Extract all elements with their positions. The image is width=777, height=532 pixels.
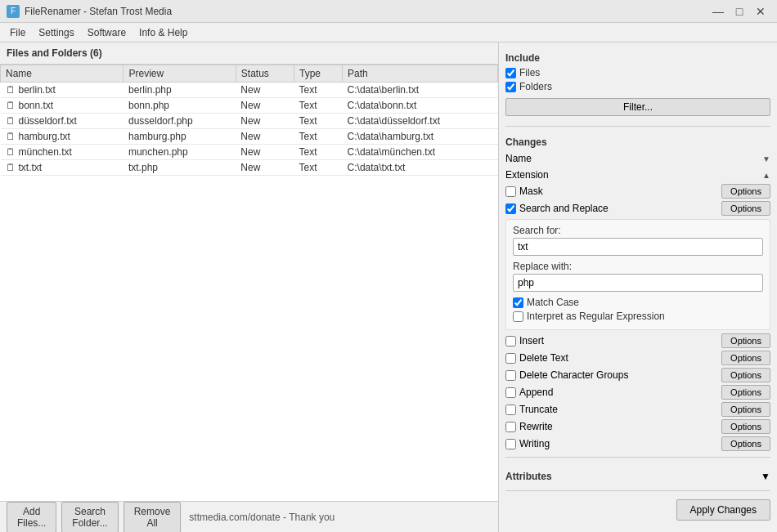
insert-checkbox[interactable] [505,336,516,346]
cell-name: 🗒bonn.txt [1,98,124,114]
match-case-checkbox[interactable] [513,297,523,308]
table-row[interactable]: 🗒berlin.txt berlin.php New Text C:\data\… [1,83,498,98]
col-status[interactable]: Status [236,65,294,83]
apply-changes-button[interactable]: Apply Changes [676,499,770,521]
replace-with-label: Replace with: [513,261,763,272]
cell-preview: txt.php [124,160,236,176]
insert-label[interactable]: Insert [519,335,544,346]
col-type[interactable]: Type [294,65,343,83]
rewrite-label[interactable]: Rewrite [519,421,553,432]
title-bar-left: F FileRenamer - Stefan Trost Media [7,5,172,18]
cell-preview: bonn.php [124,98,236,114]
cell-status: New [236,114,294,129]
col-preview[interactable]: Preview [124,65,236,83]
files-checkbox[interactable] [505,68,516,78]
delete-text-checkbox[interactable] [505,353,516,364]
cell-path: C:\data\münchen.txt [343,145,498,160]
replace-with-input[interactable] [513,274,763,292]
mask-checkbox[interactable] [505,186,516,197]
right-panel: Include Files Folders Filter... Changes … [499,42,777,532]
cell-preview: dusseldorf.php [124,114,236,129]
search-replace-label[interactable]: Search and Replace [519,203,609,214]
mask-options-button[interactable]: Options [721,184,770,199]
menu-settings[interactable]: Settings [32,25,80,40]
truncate-checkbox[interactable] [505,405,516,415]
table-row[interactable]: 🗒münchen.txt munchen.php New Text C:\dat… [1,145,498,160]
app-icon: F [7,5,20,18]
append-label[interactable]: Append [519,387,553,398]
regex-label[interactable]: Interpret as Regular Expression [527,311,665,322]
cell-preview: berlin.php [124,83,236,98]
match-case-label[interactable]: Match Case [527,297,579,308]
table-row[interactable]: 🗒hamburg.txt hamburg.php New Text C:\dat… [1,129,498,145]
cell-path: C:\data\berlin.txt [343,83,498,98]
attributes-row[interactable]: Attributes ▼ [505,466,770,487]
folders-checkbox[interactable] [505,82,516,92]
attributes-arrow-down-icon: ▼ [761,471,770,482]
truncate-options-button[interactable]: Options [721,402,770,417]
cell-path: C:\data\bonn.txt [343,98,498,114]
writing-label[interactable]: Writing [519,438,550,449]
donate-text: sttmedia.com/donate - Thank you [187,512,336,523]
rewrite-row: Rewrite Options [505,419,770,434]
search-replace-options-button[interactable]: Options [721,201,770,216]
search-replace-checkbox[interactable] [505,203,516,214]
delete-text-label[interactable]: Delete Text [519,352,568,364]
cell-name: 🗒münchen.txt [1,145,124,160]
add-files-button[interactable]: Add Files... [7,502,56,533]
filter-button[interactable]: Filter... [505,98,770,116]
title-bar: F FileRenamer - Stefan Trost Media — □ ✕ [0,0,777,23]
delete-text-row: Delete Text Options [505,351,770,365]
extension-collapsible[interactable]: Extension ▲ [505,168,770,182]
window-title: FileRenamer - Stefan Trost Media [25,6,172,17]
rewrite-options-button[interactable]: Options [721,419,770,434]
rewrite-checkbox[interactable] [505,422,516,432]
table-row[interactable]: 🗒bonn.txt bonn.php New Text C:\data\bonn… [1,98,498,114]
search-folder-button[interactable]: Search Folder... [61,502,118,533]
include-section-title: Include [505,52,770,64]
folders-label[interactable]: Folders [519,81,552,92]
remove-all-button[interactable]: Remove All [124,502,182,533]
delete-char-label[interactable]: Delete Character Groups [519,369,628,381]
search-for-label: Search for: [513,225,763,236]
cell-type: Text [294,160,343,176]
maximize-button[interactable]: □ [730,3,749,20]
regex-row: Interpret as Regular Expression [513,311,763,322]
close-button[interactable]: ✕ [751,3,770,20]
writing-row: Writing Options [505,436,770,451]
mask-label[interactable]: Mask [519,186,543,197]
delete-char-checkbox[interactable] [505,370,516,381]
delete-char-row: Delete Character Groups Options [505,368,770,382]
truncate-label[interactable]: Truncate [519,404,558,415]
writing-checkbox[interactable] [505,439,516,449]
insert-options-button[interactable]: Options [721,333,770,348]
append-checkbox[interactable] [505,387,516,398]
menu-bar: File Settings Software Info & Help [0,23,777,42]
writing-options-button[interactable]: Options [721,436,770,451]
mask-row: Mask Options [505,184,770,199]
name-collapsible[interactable]: Name ▼ [505,151,770,166]
col-name[interactable]: Name [1,65,124,83]
search-for-input[interactable] [513,238,763,256]
menu-info-help[interactable]: Info & Help [132,25,194,40]
table-row[interactable]: 🗒txt.txt txt.php New Text C:\data\txt.tx… [1,160,498,176]
minimize-button[interactable]: — [708,3,728,20]
name-arrow-down-icon: ▼ [762,154,770,163]
delete-char-options-button[interactable]: Options [721,368,770,382]
cell-status: New [236,160,294,176]
cell-path: C:\data\düsseldorf.txt [343,114,498,129]
cell-preview: hamburg.php [124,129,236,145]
cell-name: 🗒düsseldorf.txt [1,114,124,129]
changes-section-title: Changes [505,136,770,148]
regex-checkbox[interactable] [513,311,523,322]
menu-software[interactable]: Software [81,25,132,40]
cell-name: 🗒berlin.txt [1,83,124,98]
menu-file[interactable]: File [3,25,32,40]
col-path[interactable]: Path [343,65,498,83]
delete-text-options-button[interactable]: Options [721,351,770,365]
cell-status: New [236,83,294,98]
table-row[interactable]: 🗒düsseldorf.txt dusseldorf.php New Text … [1,114,498,129]
append-options-button[interactable]: Options [721,385,770,400]
files-label[interactable]: Files [519,67,540,78]
bottom-bar: Add Files... Search Folder... Remove All… [0,501,498,532]
